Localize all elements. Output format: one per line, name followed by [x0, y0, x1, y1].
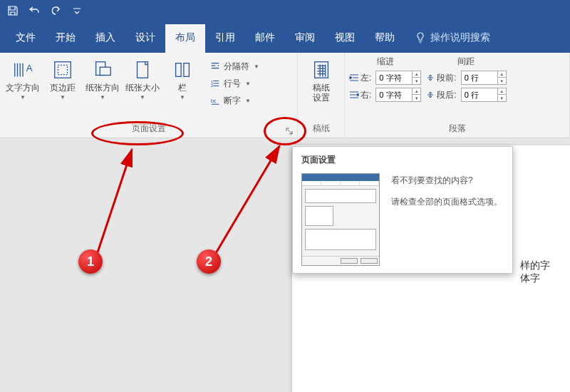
svg-text:2: 2 — [211, 83, 213, 88]
dropdown-caret-icon: ▼ — [100, 94, 105, 100]
spin-down[interactable]: ▼ — [498, 78, 506, 84]
dialog-launcher-icon — [286, 128, 293, 135]
orientation-icon — [91, 58, 114, 81]
undo-button[interactable] — [26, 2, 43, 19]
dropdown-caret-icon: ▼ — [60, 94, 66, 100]
spin-down[interactable]: ▼ — [413, 95, 420, 101]
manuscript-settings-button[interactable]: 稿纸 设置 — [303, 57, 340, 104]
spacing-header: 间距 — [425, 56, 506, 68]
svg-rect-2 — [58, 65, 67, 74]
group-manuscript: 稿纸 设置 稿纸 — [298, 53, 345, 138]
tab-home[interactable]: 开始 — [46, 24, 86, 53]
tab-insert[interactable]: 插入 — [86, 24, 125, 53]
save-button[interactable] — [4, 2, 21, 19]
margins-icon — [51, 58, 74, 81]
tab-view[interactable]: 视图 — [325, 24, 365, 53]
page-size-icon — [131, 58, 154, 81]
spin-down[interactable]: ▼ — [413, 78, 420, 84]
lightbulb-icon — [415, 32, 426, 43]
indent-left-input[interactable] — [376, 71, 412, 84]
group-label-paragraph: 段落 — [345, 122, 569, 138]
breaks-icon — [209, 61, 221, 72]
svg-rect-6 — [176, 63, 182, 77]
spin-up[interactable]: ▲ — [413, 88, 420, 95]
spacing-after-label: 段后: — [425, 89, 456, 101]
line-numbers-icon: 12 — [209, 78, 221, 89]
svg-text:A: A — [26, 63, 33, 73]
tell-me-label: 操作说明搜索 — [430, 31, 490, 44]
spin-up[interactable]: ▲ — [498, 88, 506, 95]
orientation-button[interactable]: 纸张方向 ▼ — [84, 57, 121, 102]
breaks-button[interactable]: 分隔符 ▼ — [207, 58, 262, 74]
dropdown-caret-icon: ▼ — [245, 81, 251, 87]
svg-rect-1 — [55, 62, 71, 78]
manuscript-icon — [310, 58, 333, 81]
indent-left-label: 左: — [349, 72, 371, 84]
hyphenation-icon: bc — [209, 95, 221, 106]
indent-left-spinner[interactable]: ▲▼ — [375, 71, 421, 85]
indent-right-icon — [349, 90, 359, 100]
line-numbers-button[interactable]: 12 行号 ▼ — [207, 76, 262, 91]
spacing-before-spinner[interactable]: ▲▼ — [461, 71, 507, 85]
svg-rect-4 — [100, 67, 110, 75]
hyphenation-button[interactable]: bc 断字 ▼ — [207, 93, 262, 108]
group-label-page-setup: 页面设置 — [0, 122, 297, 138]
quick-access-toolbar — [0, 0, 570, 21]
spacing-after-input[interactable] — [462, 88, 497, 101]
tab-file[interactable]: 文件 — [6, 24, 46, 53]
margins-button[interactable]: 页边距 ▼ — [44, 57, 81, 102]
dropdown-caret-icon: ▼ — [254, 63, 259, 70]
tooltip-text: 看不到要查找的内容? 请检查全部的页面格式选项。 — [391, 173, 504, 216]
spacing-after-spinner[interactable]: ▲▼ — [461, 88, 507, 102]
columns-button[interactable]: 栏 ▼ — [164, 57, 201, 102]
dropdown-caret-icon: ▼ — [20, 94, 26, 100]
tab-review[interactable]: 审阅 — [285, 24, 325, 53]
dropdown-caret-icon: ▼ — [245, 98, 251, 104]
columns-icon — [171, 58, 194, 81]
tooltip-title: 页面设置 — [301, 154, 504, 166]
tab-help[interactable]: 帮助 — [365, 24, 405, 53]
spin-up[interactable]: ▲ — [413, 71, 420, 78]
ribbon: A 文字方向 ▼ 页边距 ▼ 纸张方向 ▼ — [0, 53, 570, 138]
indent-right-spinner[interactable]: ▲▼ — [375, 88, 421, 102]
tab-layout[interactable]: 布局 — [165, 24, 205, 53]
page-setup-tooltip: 页面设置 看不到要查找的内容? 请检查全部的页面格式选项。 — [292, 146, 513, 274]
tell-me-search[interactable]: 操作说明搜索 — [405, 24, 496, 53]
svg-rect-11 — [314, 62, 328, 78]
indent-header: 缩进 — [349, 56, 421, 68]
spacing-after-icon — [425, 90, 435, 100]
spin-down[interactable]: ▼ — [498, 95, 506, 101]
ribbon-tabs: 文件 开始 插入 设计 布局 引用 邮件 审阅 视图 帮助 操作说明搜索 — [0, 21, 570, 53]
spacing-before-label: 段前: — [425, 72, 456, 84]
group-page-setup: A 文字方向 ▼ 页边距 ▼ 纸张方向 ▼ — [0, 53, 298, 138]
tab-references[interactable]: 引用 — [205, 24, 245, 53]
tab-mailings[interactable]: 邮件 — [245, 24, 285, 53]
indent-right-label: 右: — [349, 89, 371, 101]
redo-button[interactable] — [47, 2, 64, 19]
dropdown-caret-icon: ▼ — [180, 94, 185, 100]
group-label-manuscript: 稿纸 — [298, 122, 344, 138]
spacing-before-input[interactable] — [462, 71, 497, 84]
document-text: 样的字体字 — [520, 259, 550, 284]
svg-rect-7 — [184, 63, 190, 77]
indent-left-icon — [349, 73, 359, 83]
indent-right-input[interactable] — [376, 88, 412, 101]
spacing-before-icon — [425, 73, 435, 83]
size-button[interactable]: 纸张大小 ▼ — [124, 57, 161, 102]
svg-text:bc: bc — [211, 98, 217, 103]
spin-up[interactable]: ▲ — [498, 71, 506, 78]
tab-design[interactable]: 设计 — [125, 24, 165, 53]
page-setup-dialog-launcher[interactable] — [284, 126, 294, 136]
tooltip-thumbnail — [301, 173, 380, 266]
text-direction-button[interactable]: A 文字方向 ▼ — [4, 57, 41, 102]
qat-customize-button[interactable] — [68, 2, 86, 19]
text-direction-icon: A — [11, 58, 34, 81]
dropdown-caret-icon: ▼ — [140, 94, 145, 100]
group-paragraph: 缩进 间距 左: ▲▼ 段前: ▲▼ — [345, 53, 570, 138]
